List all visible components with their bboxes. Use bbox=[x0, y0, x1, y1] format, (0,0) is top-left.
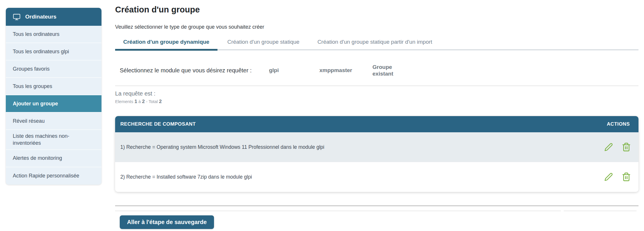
sidebar-item-tous-les-ordinateurs-glpi[interactable]: Tous les ordinateurs glpi bbox=[6, 43, 101, 60]
divider-segment bbox=[115, 211, 561, 211]
sidebar: Ordinateurs Tous les ordinateurs Tous le… bbox=[6, 8, 101, 185]
go-to-save-step-button[interactable]: Aller à l'étape de sauvegarde bbox=[120, 215, 214, 229]
table-header-row: RECHERCHE DE COMPOSANT ACTIONS bbox=[115, 116, 638, 132]
table-row: 1) Recherche = Operating system Microsof… bbox=[115, 132, 638, 162]
tab-bar: Création d'un groupe dynamique Création … bbox=[115, 39, 638, 50]
table-header-actions: ACTIONS bbox=[607, 121, 630, 127]
search-criterion-text: 1) Recherche = Operating system Microsof… bbox=[120, 144, 324, 150]
app-window: Ordinateurs Tous les ordinateurs Tous le… bbox=[0, 0, 644, 231]
sidebar-item-label: Ajouter un groupe bbox=[13, 100, 58, 107]
page-subtitle: Veuillez sélectionner le type de groupe … bbox=[115, 24, 638, 30]
sidebar-item-ajouter-un-groupe[interactable]: Ajouter un groupe bbox=[6, 95, 101, 113]
sidebar-item-alertes-monitoring[interactable]: Alertes de monitoring bbox=[6, 150, 101, 167]
row-actions bbox=[604, 172, 631, 182]
sidebar-item-label: Tous les groupes bbox=[13, 83, 52, 90]
elements-total: 2 bbox=[159, 99, 162, 104]
tab-groupe-statique[interactable]: Création d'un groupe statique bbox=[219, 39, 308, 49]
elements-from: 1 bbox=[135, 99, 137, 104]
sidebar-item-tous-les-groupes[interactable]: Tous les groupes bbox=[6, 78, 101, 95]
query-elements-summary: Elements 1 à 2 - Total 2 bbox=[115, 99, 638, 104]
search-components-table: RECHERCHE DE COMPOSANT ACTIONS 1) Recher… bbox=[115, 116, 638, 192]
edit-icon[interactable] bbox=[604, 143, 613, 151]
delete-icon[interactable] bbox=[622, 172, 631, 182]
elements-to-sep: à bbox=[138, 99, 141, 104]
sidebar-item-action-rapide[interactable]: Action Rapide personnalisée bbox=[6, 167, 101, 185]
module-selector-row: Sélectionnez le module que vous désirez … bbox=[115, 63, 638, 78]
monitor-icon bbox=[13, 13, 21, 21]
elements-to: 2 bbox=[142, 99, 145, 104]
elements-total-sep: - Total bbox=[146, 99, 158, 104]
edit-icon[interactable] bbox=[604, 173, 613, 181]
module-option-groupe-existant[interactable]: Groupe existant bbox=[373, 64, 402, 77]
sidebar-item-label: Tous les ordinateurs bbox=[13, 31, 59, 38]
sidebar-item-label: Action Rapide personnalisée bbox=[13, 172, 79, 179]
row-actions bbox=[604, 142, 631, 152]
tab-groupe-dynamique[interactable]: Création d'un groupe dynamique bbox=[115, 39, 217, 49]
sidebar-item-label: Tous les ordinateurs glpi bbox=[13, 48, 69, 55]
delete-icon[interactable] bbox=[622, 142, 631, 152]
divider-above-query bbox=[115, 86, 638, 86]
divider-segment bbox=[564, 211, 636, 211]
module-option-glpi[interactable]: glpi bbox=[269, 67, 279, 74]
search-criterion-text: 2) Recherche = Installed software 7zip d… bbox=[120, 174, 252, 180]
sidebar-item-reveil-reseau[interactable]: Réveil réseau bbox=[6, 113, 101, 130]
sidebar-header-label: Ordinateurs bbox=[25, 14, 57, 20]
tab-groupe-statique-import[interactable]: Création d'un groupe statique partir d'u… bbox=[309, 39, 440, 49]
module-option-xmppmaster[interactable]: xmppmaster bbox=[320, 67, 352, 74]
divider-bottom-light bbox=[115, 211, 636, 211]
sidebar-item-label: Réveil réseau bbox=[13, 118, 45, 124]
sidebar-item-label: Alertes de monitoring bbox=[13, 155, 62, 162]
module-selector-label: Sélectionnez le module que vous désirez … bbox=[120, 67, 252, 74]
sidebar-item-groupes-favoris[interactable]: Groupes favoris bbox=[6, 60, 101, 78]
sidebar-item-tous-les-ordinateurs[interactable]: Tous les ordinateurs bbox=[6, 26, 101, 43]
page-title: Création d'un groupe bbox=[115, 5, 638, 15]
table-header-recherche: RECHERCHE DE COMPOSANT bbox=[120, 121, 196, 127]
sidebar-item-label: Groupes favoris bbox=[13, 65, 50, 72]
divider-bottom-dark bbox=[115, 206, 638, 206]
table-row: 2) Recherche = Installed software 7zip d… bbox=[115, 162, 638, 192]
sidebar-header-ordinateurs: Ordinateurs bbox=[6, 8, 101, 26]
query-label: La requête est : bbox=[115, 90, 638, 97]
main-content: Création d'un groupe Veuillez sélectionn… bbox=[115, 0, 638, 229]
elements-text: Elements bbox=[115, 99, 133, 104]
sidebar-item-label: Liste des machines non-inventoriées bbox=[13, 133, 95, 147]
sidebar-item-machines-non-inventoriees[interactable]: Liste des machines non-inventoriées bbox=[6, 130, 101, 150]
